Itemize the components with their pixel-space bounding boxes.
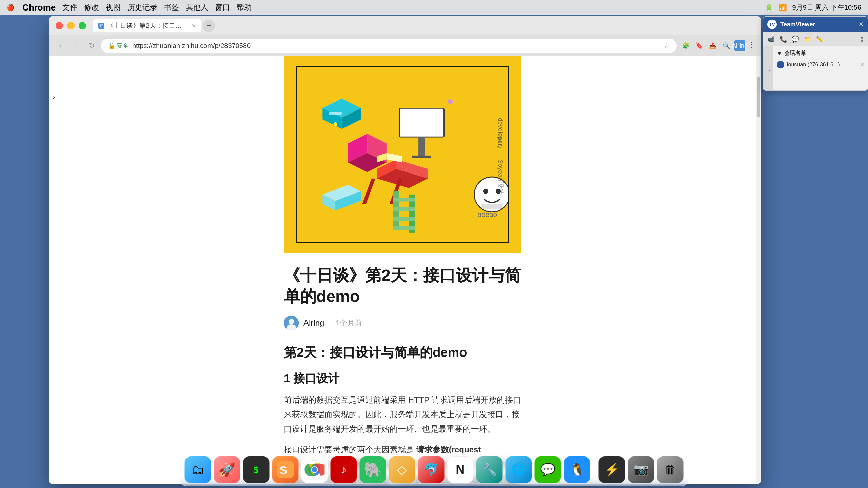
dock-icon-terminal[interactable]: $ — [243, 456, 270, 483]
svg-text:Soyeah: Soyeah — [497, 159, 504, 181]
toolbar-icons: 🧩 🔖 📤 🔍 Airing ⋮ — [680, 40, 755, 51]
wifi-indicator: 📶 — [778, 3, 787, 12]
dock-icon-netease[interactable]: ♪ — [331, 456, 357, 483]
svg-rect-30 — [481, 204, 503, 209]
meta-separator: · — [329, 319, 331, 327]
dock-icon-chrome[interactable] — [301, 456, 328, 483]
svg-point-28 — [483, 189, 488, 194]
article-container: obeao developer Soyeah Airing 设计 — [274, 56, 531, 484]
author-avatar[interactable] — [284, 316, 299, 330]
hero-image-inner: obeao developer Soyeah Airing 设计 — [296, 66, 509, 243]
profile-button[interactable]: Airing — [734, 40, 745, 51]
svg-point-34 — [359, 180, 362, 183]
teamviewer-panel: TV TeamViewer ✕ 📹 📞 💬 📁 ✏️ ⟫ › ▼ 会话名单 L … — [763, 16, 868, 91]
tv-expand-icon[interactable]: ⟫ — [861, 36, 864, 42]
fullscreen-button[interactable] — [79, 22, 86, 29]
svg-point-32 — [333, 122, 337, 126]
new-tab-button[interactable]: + — [203, 20, 215, 32]
toolbar-icon-1[interactable]: 🔖 — [694, 40, 705, 51]
menu-help[interactable]: 帮助 — [237, 2, 252, 13]
clock: 9月9日 周六 下午10:56 — [792, 3, 861, 12]
refresh-button[interactable]: ↻ — [85, 40, 98, 52]
svg-point-40 — [289, 319, 294, 324]
tv-pen-icon[interactable]: ✏️ — [816, 36, 824, 43]
close-button[interactable] — [56, 22, 63, 29]
svg-text:S: S — [280, 464, 288, 476]
teamviewer-side-panel: › ▼ 会话名单 L lousuan (276 361 6...) ✕ — [763, 46, 868, 91]
svg-point-33 — [448, 99, 453, 104]
svg-rect-7 — [399, 108, 444, 137]
tv-phone-icon[interactable]: 📞 — [780, 36, 787, 43]
dock-separator — [594, 463, 595, 483]
extensions-icon[interactable]: 🧩 — [680, 40, 691, 51]
menubar: 🍎 Chrome 文件 修改 视图 历史记录 书签 其他人 窗口 帮助 🔋 📶 … — [0, 0, 868, 15]
tv-user-name: lousuan (276 361 6...) — [787, 62, 840, 68]
svg-rect-9 — [418, 137, 425, 156]
tab-close-icon[interactable]: ✕ — [192, 23, 196, 29]
address-bar: ‹ › ↻ 🔒 安全 https://zhuanlan.zhihu.com/p/… — [49, 35, 761, 56]
tv-section-arrow: ▼ — [777, 50, 782, 57]
scrollbar-thumb[interactable] — [757, 77, 760, 117]
bookmark-star-icon[interactable]: ☆ — [663, 41, 670, 50]
toolbar-icon-3[interactable]: 🔍 — [721, 40, 732, 51]
dock-icon-evernote[interactable]: 🐘 — [360, 456, 386, 483]
address-input[interactable]: 🔒 安全 https://zhuanlan.zhihu.com/p/283705… — [101, 39, 677, 53]
dock-icon-browser[interactable]: 🌐 — [506, 456, 532, 483]
tv-chat-icon[interactable]: 💬 — [792, 36, 799, 43]
menu-people[interactable]: 其他人 — [186, 2, 208, 13]
menu-bookmarks[interactable]: 书签 — [164, 2, 179, 13]
dock-icon-navicat[interactable]: 🔧 — [476, 456, 503, 483]
traffic-lights — [56, 22, 86, 29]
svg-text:obeao: obeao — [477, 210, 497, 218]
more-menu-button[interactable]: ⋮ — [748, 40, 755, 51]
scrollbar[interactable] — [756, 56, 761, 484]
dock-icon-sketch[interactable]: ◇ — [389, 456, 415, 483]
dock-icon-sequelpro[interactable]: 🐬 — [418, 456, 445, 483]
dock-icon-sublime[interactable]: S — [272, 456, 299, 483]
url-text: https://zhuanlan.zhihu.com/p/28370580 — [132, 42, 251, 50]
tv-user-row: L lousuan (276 361 6...) ✕ — [777, 60, 864, 70]
menu-edit[interactable]: 修改 — [84, 2, 99, 13]
teamviewer-close-button[interactable]: ✕ — [859, 21, 864, 28]
toolbar-icon-2[interactable]: 📤 — [707, 40, 718, 51]
teamviewer-header: TV TeamViewer ✕ — [763, 17, 868, 32]
menubar-right: 🔋 📶 9月9日 周六 下午10:56 — [765, 3, 861, 12]
menu-window[interactable]: 窗口 — [215, 2, 230, 13]
dock-icon-notion[interactable]: N — [447, 456, 474, 483]
page-content: obeao developer Soyeah Airing 设计 — [49, 56, 756, 484]
dock-icon-qq[interactable]: 🐧 — [564, 456, 590, 483]
dock-icon-launchpad[interactable]: 🚀 — [214, 456, 240, 483]
battery-indicator: 🔋 — [765, 3, 773, 12]
minimize-button[interactable] — [67, 22, 75, 29]
author-name[interactable]: Airing — [303, 318, 324, 328]
tab-bar: 知 《十日谈》第2天：接口设计与... ✕ + — [93, 19, 754, 32]
teamviewer-content: ▼ 会话名单 L lousuan (276 361 6...) ✕ — [773, 46, 868, 91]
active-tab[interactable]: 知 《十日谈》第2天：接口设计与... ✕ — [93, 19, 201, 32]
para2-text: 接口设计需要考虑的两个大因素就是 — [284, 445, 414, 454]
tv-camera-icon[interactable]: 📹 — [767, 36, 775, 43]
svg-rect-20 — [393, 198, 415, 201]
apple-menu[interactable]: 🍎 — [7, 4, 14, 11]
dock-icon-shadowsocks[interactable]: ⚡ — [599, 456, 625, 483]
teamviewer-logo: TV — [767, 20, 777, 29]
side-arrow-button[interactable]: › — [49, 88, 59, 105]
tv-files-icon[interactable]: 📁 — [804, 36, 811, 43]
forward-button[interactable]: › — [70, 40, 82, 52]
content-area: obeao developer Soyeah Airing 设计 — [49, 56, 761, 484]
tv-sidebar-collapse[interactable]: › — [766, 69, 773, 72]
svg-point-47 — [312, 467, 317, 472]
dock-icon-finder[interactable]: 🗂 — [185, 456, 211, 483]
dock-icon-screenshots[interactable]: 📷 — [628, 456, 654, 483]
svg-text:设计: 设计 — [497, 182, 504, 195]
dock-icon-wechat[interactable]: 💬 — [535, 456, 561, 483]
menu-view[interactable]: 视图 — [106, 2, 121, 13]
svg-rect-21 — [393, 207, 415, 211]
dock-icon-trash[interactable]: 🗑 — [657, 456, 684, 483]
lock-icon: 🔒 — [108, 42, 115, 49]
teamviewer-toolbar: 📹 📞 💬 📁 ✏️ ⟫ — [763, 32, 868, 46]
back-button[interactable]: ‹ — [54, 40, 66, 52]
menu-file[interactable]: 文件 — [62, 2, 77, 13]
tv-user-close-icon[interactable]: ✕ — [860, 62, 864, 67]
menu-history[interactable]: 历史记录 — [127, 2, 157, 13]
teamviewer-sidebar: › — [763, 46, 773, 91]
